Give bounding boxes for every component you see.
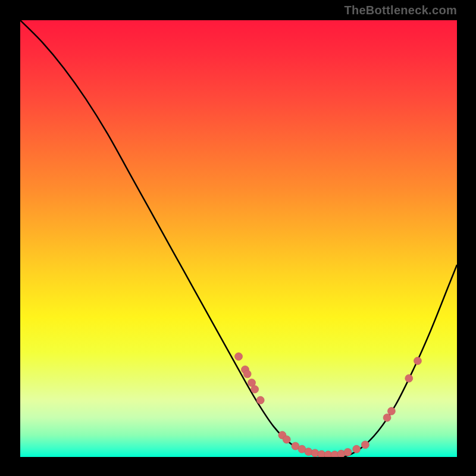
chart-stage: TheBottleneck.com xyxy=(0,0,476,476)
curve-marker xyxy=(305,448,312,456)
curve-marker xyxy=(311,449,319,457)
curve-markers xyxy=(20,20,457,457)
marker-group xyxy=(235,353,422,457)
curve-marker xyxy=(344,448,352,456)
curve-marker xyxy=(387,407,395,415)
curve-marker xyxy=(256,396,264,404)
curve-marker xyxy=(405,374,413,382)
watermark-text: TheBottleneck.com xyxy=(344,4,457,17)
curve-marker xyxy=(283,436,290,443)
curve-marker xyxy=(361,441,369,449)
curve-marker xyxy=(235,353,243,361)
curve-marker xyxy=(251,386,259,393)
curve-marker xyxy=(243,370,251,378)
curve-marker xyxy=(414,357,421,365)
curve-marker xyxy=(353,445,361,453)
plot-area xyxy=(20,20,457,457)
curve-marker xyxy=(383,414,391,421)
